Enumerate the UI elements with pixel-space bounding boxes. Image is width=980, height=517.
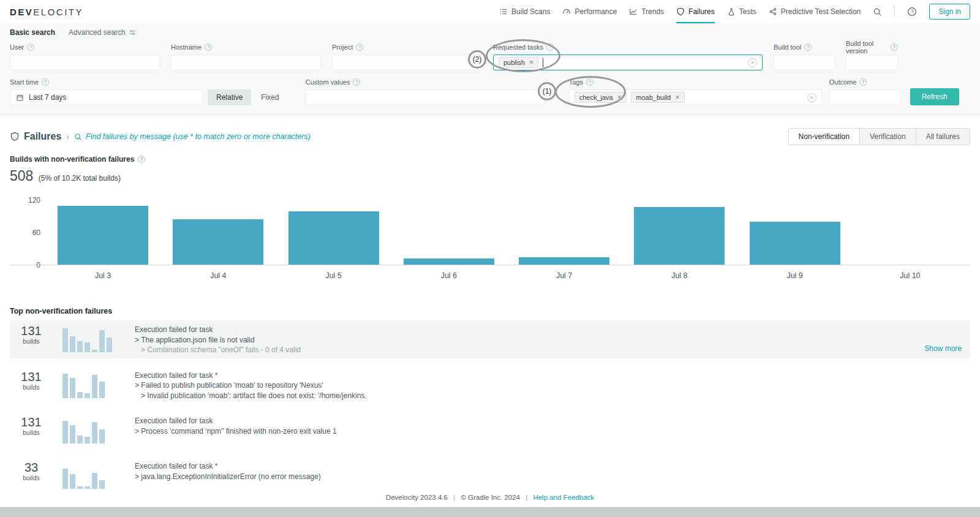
project-input[interactable] — [332, 55, 482, 70]
failure-message: Execution failed for task * > Failed to … — [135, 370, 367, 401]
x-tick-label: Jul 5 — [276, 271, 391, 280]
hostname-input[interactable] — [171, 55, 321, 70]
nav-failures[interactable]: Failures — [676, 0, 715, 23]
tab-basic-search[interactable]: Basic search — [10, 28, 55, 37]
segment-all-failures[interactable]: All failures — [916, 129, 970, 145]
advanced-search-sliders-icon — [129, 29, 136, 36]
clear-input-icon[interactable] — [748, 58, 757, 67]
search-panel: Basic search Advanced search User Hostna… — [0, 23, 980, 115]
page-title: Failures — [24, 131, 61, 142]
failure-line: Execution failed for task — [135, 325, 301, 335]
bar-slot — [276, 200, 391, 265]
requested-task-chip[interactable]: publish — [499, 57, 538, 68]
chip-remove-icon[interactable] — [675, 94, 680, 100]
nav-build-scans[interactable]: Build Scans — [499, 0, 550, 23]
spark-bar — [77, 341, 83, 352]
bar-jul-8[interactable] — [634, 207, 725, 265]
sign-in-button[interactable]: Sign in — [929, 4, 970, 20]
tags-input[interactable]: check_java moab_build — [569, 89, 822, 105]
bar-slot — [507, 200, 622, 265]
show-more-link[interactable]: Show more — [924, 344, 962, 353]
requested-tasks-help-icon[interactable] — [546, 43, 554, 51]
spark-bar — [107, 338, 112, 352]
help-and-feedback-link[interactable]: Help and Feedback — [533, 494, 594, 501]
custom-values-label: Custom values — [306, 78, 350, 86]
segment-verification[interactable]: Verification — [860, 129, 916, 145]
failures-shield-icon — [676, 7, 685, 16]
custom-values-help-icon[interactable] — [353, 78, 360, 86]
spark-bar — [92, 350, 97, 352]
failure-row[interactable]: 131 builds Execution failed for task * >… — [10, 366, 970, 405]
nav-predictive-test-selection[interactable]: Predictive Test Selection — [769, 0, 861, 23]
tag-chip[interactable]: moab_build — [631, 92, 684, 103]
nav-label: Trends — [641, 7, 664, 16]
develocity-app: DEVELOCITY Build Scans Performance Trend… — [0, 0, 980, 495]
user-input[interactable] — [10, 55, 160, 70]
failure-count: 131 builds — [16, 324, 47, 345]
clear-input-icon[interactable] — [807, 93, 816, 102]
bar-jul-6[interactable] — [404, 258, 494, 265]
nav-performance[interactable]: Performance — [562, 0, 617, 23]
bar-jul-5[interactable] — [288, 211, 379, 265]
help-icon[interactable]: ? — [907, 7, 917, 17]
build-tool-label: Build tool — [774, 43, 801, 51]
relative-toggle-button[interactable]: Relative — [208, 89, 251, 105]
failure-count-number: 131 — [16, 370, 47, 383]
breadcrumb-chevron-icon — [66, 132, 69, 142]
build-tool-help-icon[interactable] — [804, 43, 812, 51]
build-tool-version-help-icon[interactable] — [891, 43, 898, 51]
project-help-icon[interactable] — [356, 43, 363, 51]
tag-chip[interactable]: check_java — [575, 92, 627, 103]
x-tick-label: Jul 8 — [622, 271, 737, 280]
chip-label: check_java — [579, 94, 613, 101]
user-help-icon[interactable] — [27, 43, 34, 51]
refresh-button[interactable]: Refresh — [910, 88, 959, 105]
search-icon[interactable] — [873, 7, 882, 17]
summary-count: 508 — [10, 168, 33, 184]
tags-help-icon[interactable] — [586, 78, 594, 86]
x-tick-label: Jul 10 — [853, 271, 968, 280]
spark-bar — [92, 422, 97, 443]
nav-tests[interactable]: Tests — [727, 0, 756, 23]
chip-remove-icon[interactable] — [529, 59, 534, 66]
bar-jul-7[interactable] — [519, 257, 609, 265]
start-time-help-icon[interactable] — [42, 78, 49, 86]
failure-count-number: 131 — [16, 324, 47, 338]
nav-label: Predictive Test Selection — [781, 7, 861, 16]
summary-help-icon[interactable] — [138, 156, 145, 163]
bar-jul-4[interactable] — [173, 219, 263, 265]
custom-values-input[interactable] — [306, 89, 545, 105]
spark-bar — [77, 436, 83, 443]
nav-trends[interactable]: Trends — [629, 0, 664, 23]
hostname-help-icon[interactable] — [205, 43, 212, 51]
x-tick-label: Jul 7 — [507, 271, 622, 280]
outcome-input[interactable] — [829, 89, 901, 105]
find-failures-hint[interactable]: Find failures by message (use * to match… — [86, 132, 311, 141]
spark-bar — [99, 330, 105, 352]
bar-jul-3[interactable] — [58, 206, 148, 265]
start-time-label: Start time — [10, 78, 39, 86]
failure-row[interactable]: 33 builds Execution failed for task * > … — [10, 457, 970, 495]
start-time-value: Last 7 days — [29, 93, 66, 102]
chip-remove-icon[interactable] — [617, 94, 622, 100]
bar-slot — [45, 200, 160, 265]
fixed-toggle-button[interactable]: Fixed — [252, 89, 287, 105]
failure-row[interactable]: 131 builds Execution failed for task > T… — [10, 320, 970, 359]
bar-slot — [160, 200, 276, 265]
horizontal-scrollbar[interactable] — [0, 507, 980, 517]
y-tick-label: 120 — [20, 196, 40, 205]
build-tool-version-input[interactable] — [846, 55, 898, 70]
outcome-help-icon[interactable] — [859, 78, 867, 86]
requested-tasks-input[interactable]: publish — [493, 55, 763, 70]
bar-jul-9[interactable] — [750, 222, 840, 265]
tab-advanced-search[interactable]: Advanced search — [69, 28, 136, 37]
search-mode-tabs: Basic search Advanced search — [10, 28, 970, 37]
failure-line: Execution failed for task * — [135, 371, 367, 381]
develocity-logo[interactable]: DEVELOCITY — [10, 7, 83, 17]
failure-row[interactable]: 131 builds Execution failed for task > P… — [10, 412, 970, 450]
segment-non-verification[interactable]: Non-verification — [789, 129, 860, 145]
hostname-label: Hostname — [171, 43, 202, 51]
failure-count-number: 131 — [16, 415, 47, 429]
build-tool-input[interactable] — [774, 55, 835, 70]
start-time-input[interactable]: Last 7 days — [10, 89, 203, 105]
